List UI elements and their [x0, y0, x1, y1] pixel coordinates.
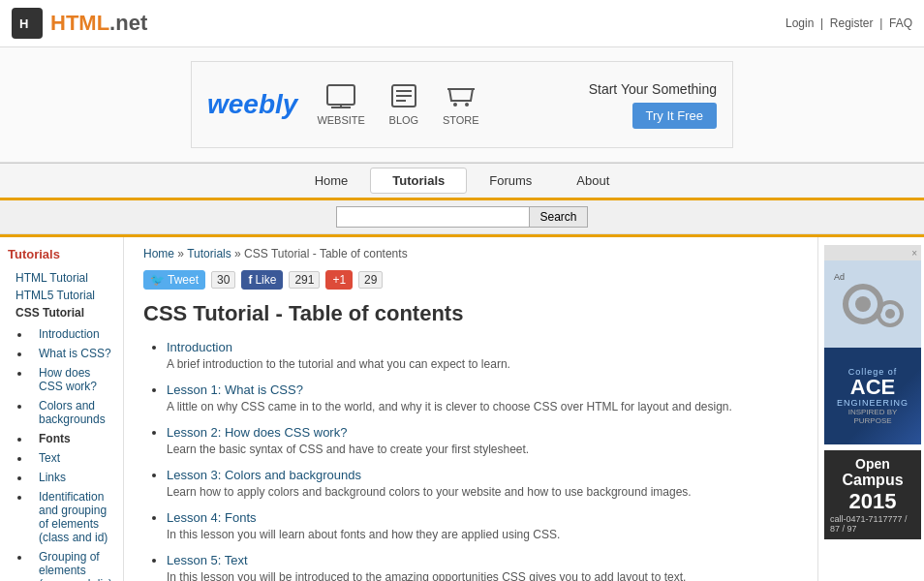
tweet-label: Tweet [168, 273, 199, 287]
toc-link-1[interactable]: Lesson 1: What is CSS? [167, 382, 303, 397]
sidebar-fonts[interactable]: Fonts [31, 430, 115, 447]
toc-item-5: Lesson 5: Text In this lesson you will b… [167, 553, 798, 581]
sidebar-text[interactable]: Text [31, 449, 115, 467]
tweet-icon: 🐦 [150, 273, 165, 287]
sidebar-heading: Tutorials [8, 247, 115, 261]
tweet-count: 30 [211, 271, 235, 289]
toc-desc-2: Learn the basic syntax of CSS and have t… [167, 443, 798, 456]
blog-label: BLOG [389, 114, 419, 126]
main-layout: Tutorials HTML Tutorial HTML5 Tutorial C… [0, 237, 924, 581]
logo-text: HTML.net [50, 11, 147, 36]
logo-html: HTML [50, 11, 109, 35]
logo: H HTML.net [12, 8, 147, 39]
banner-website-icon: WEBSITE [317, 83, 365, 126]
ad-close-bar: × [824, 245, 921, 260]
svg-rect-2 [331, 107, 351, 108]
sidebar-span-div[interactable]: Grouping of elements (span and div) [31, 548, 115, 581]
ad-banner: weebly WEBSITE BLOG [191, 61, 733, 148]
login-link[interactable]: Login [785, 16, 814, 30]
ad-open-campus: Open Campus 2015 call-0471-7117777 / 87 … [824, 450, 921, 539]
breadcrumb-home[interactable]: Home [143, 247, 174, 260]
search-button[interactable]: Search [530, 206, 587, 228]
sidebar-html-tutorial[interactable]: HTML Tutorial [8, 269, 115, 287]
sidebar-css-links: Introduction What is CSS? How does CSS w… [8, 325, 115, 581]
breadcrumb-tutorials[interactable]: Tutorials [187, 247, 231, 260]
sidebar-what-is-css[interactable]: What is CSS? [31, 345, 115, 362]
fb-label: Like [255, 273, 276, 287]
social-bar: 🐦 Tweet 30 f Like 291 +1 29 [143, 270, 798, 290]
toc-desc-1: A little on why CSS came in to the world… [167, 400, 798, 413]
sidebar-how-does-css[interactable]: How does CSS work? [31, 364, 115, 395]
banner-icons: WEBSITE BLOG STORE [317, 83, 478, 126]
svg-text:Ad: Ad [834, 272, 845, 282]
toc-link-3[interactable]: Lesson 3: Colors and backgrounds [167, 468, 361, 482]
fb-count: 291 [289, 271, 320, 289]
svg-point-8 [453, 103, 457, 107]
toc-item-4: Lesson 4: Fonts In this lesson you will … [167, 510, 798, 541]
nav-home[interactable]: Home [293, 168, 371, 194]
sidebar-links[interactable]: Links [31, 469, 115, 486]
ad-close-button[interactable]: × [911, 248, 917, 259]
sidebar-introduction[interactable]: Introduction [31, 325, 115, 343]
ace-main-text: ACE [850, 377, 895, 398]
breadcrumb-current: CSS Tutorial - Table of contents [244, 247, 408, 260]
sidebar-class-id[interactable]: Identification and grouping of elements … [31, 488, 115, 546]
toc-item-3: Lesson 3: Colors and backgrounds Learn h… [167, 468, 798, 499]
breadcrumb: Home » Tutorials » CSS Tutorial - Table … [143, 247, 798, 260]
logo-net: .net [109, 11, 147, 35]
banner-store-icon: STORE [443, 83, 479, 126]
toc-list: Introduction A brief introduction to the… [143, 340, 798, 581]
gplus-button[interactable]: +1 [325, 270, 353, 290]
page-title: CSS Tutorial - Table of contents [143, 301, 798, 326]
search-bar: Search [0, 200, 924, 234]
banner-cta-text: Start Your Something [589, 81, 717, 97]
toc-link-4[interactable]: Lesson 4: Fonts [167, 510, 257, 525]
website-svg [325, 83, 356, 110]
gplus-count: 29 [358, 271, 383, 289]
toc-link-5[interactable]: Lesson 5: Text [167, 553, 248, 567]
svg-text:H: H [19, 16, 28, 31]
nav-tutorials[interactable]: Tutorials [370, 168, 467, 194]
store-svg [446, 83, 477, 110]
main-nav: Home Tutorials Forums About [0, 163, 924, 200]
logo-icon: H [12, 8, 43, 39]
sidebar-tutorial-links: HTML Tutorial HTML5 Tutorial CSS Tutoria… [8, 269, 115, 321]
header: H HTML.net Login | Register | FAQ [0, 0, 924, 47]
nav-forums[interactable]: Forums [467, 168, 554, 194]
svg-rect-1 [327, 85, 354, 105]
website-label: WEBSITE [317, 114, 365, 126]
campus-text: Campus [842, 472, 903, 489]
content-area: Home » Tutorials » CSS Tutorial - Table … [124, 237, 817, 581]
ad-wrapper-1: × Ad College of ACE ENGINEERING INSPIRED… [824, 245, 918, 539]
toc-desc-4: In this lesson you will learn about font… [167, 528, 798, 541]
toc-item-0: Introduction A brief introduction to the… [167, 340, 798, 371]
banner-cta: Start Your Something Try It Free [589, 81, 717, 129]
ace-engineering-label: ENGINEERING [837, 398, 909, 408]
svg-point-9 [465, 103, 469, 107]
nav-about[interactable]: About [554, 168, 631, 194]
right-ads: × Ad College of ACE ENGINEERING INSPIRED… [817, 237, 924, 581]
sidebar-colors-bg[interactable]: Colors and backgrounds [31, 397, 115, 428]
ad-ace: College of ACE ENGINEERING INSPIRED BY P… [824, 348, 921, 444]
fb-icon: f [248, 273, 252, 287]
top-links: Login | Register | FAQ [785, 16, 912, 30]
register-link[interactable]: Register [830, 16, 874, 30]
banner-cta-button[interactable]: Try It Free [632, 103, 717, 129]
toc-link-2[interactable]: Lesson 2: How does CSS work? [167, 425, 347, 440]
toc-item-1: Lesson 1: What is CSS? A little on why C… [167, 382, 798, 413]
ace-tagline: INSPIRED BY PURPOSE [830, 408, 915, 425]
ad-gear-image: Ad [824, 260, 921, 348]
toc-desc-5: In this lesson you will be introduced to… [167, 570, 798, 581]
toc-desc-0: A brief introduction to the tutorial and… [167, 357, 798, 371]
toc-link-0[interactable]: Introduction [167, 340, 232, 354]
sidebar-css-tutorial[interactable]: CSS Tutorial [8, 304, 115, 321]
weebly-logo: weebly [207, 89, 297, 120]
search-input[interactable] [336, 206, 530, 228]
blog-svg [388, 83, 419, 110]
sidebar-html5-tutorial[interactable]: HTML5 Tutorial [8, 287, 115, 304]
svg-point-15 [885, 309, 895, 319]
call-text: call-0471-7117777 / 87 / 97 [830, 514, 915, 534]
faq-link[interactable]: FAQ [889, 16, 912, 30]
tweet-button[interactable]: 🐦 Tweet [143, 270, 205, 290]
fb-like-button[interactable]: f Like [241, 270, 283, 290]
